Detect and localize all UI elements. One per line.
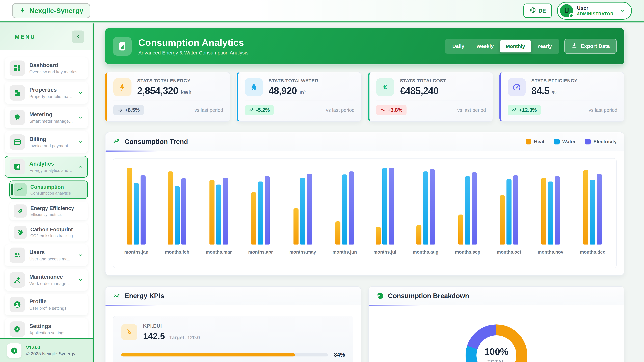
- sidebar-item-settings[interactable]: SettingsApplication settings: [5, 318, 88, 338]
- sidebar-item-desc: Energy analytics and insig…: [29, 168, 74, 173]
- trend-down-icon: [380, 107, 386, 113]
- sidebar-item-label: Energy Efficiency: [30, 205, 74, 211]
- sidebar-item-properties[interactable]: PropertiesProperty portfolio manage…: [5, 82, 88, 104]
- stat-card-stats-efficiency: STATS.EFFICIENCY84.5%+12.3%vs last perio…: [500, 72, 624, 122]
- stat-change-badge: +12.3%: [508, 105, 541, 115]
- sidebar-item-dashboard[interactable]: DashboardOverview and key metrics: [5, 57, 88, 79]
- stat-note: vs last period: [326, 107, 354, 113]
- sidebar-item-label: Users: [29, 249, 74, 255]
- header-actions: DailyWeeklyMonthlyYearly Export Data: [445, 39, 617, 54]
- bar-electricity: [265, 176, 270, 245]
- tab-yearly[interactable]: Yearly: [531, 40, 558, 52]
- stat-value: 2,854,320: [137, 85, 178, 96]
- sidebar-item-desc: Smart meter management: [29, 119, 74, 124]
- tab-weekly[interactable]: Weekly: [470, 40, 500, 52]
- chevron-down-icon: [620, 8, 625, 13]
- trend-up-icon: [249, 107, 254, 113]
- sidebar-item-maintenance[interactable]: MaintenanceWork order management: [5, 269, 88, 291]
- chevron-down-icon: [78, 140, 83, 145]
- bar-group-feb: months.feb: [165, 168, 189, 255]
- export-label: Export Data: [580, 43, 610, 49]
- stat-note: vs last period: [589, 107, 617, 113]
- bar-electricity: [513, 175, 518, 245]
- month-label: months.nov: [538, 250, 563, 255]
- bar-water: [300, 178, 305, 245]
- export-data-button[interactable]: Export Data: [564, 39, 617, 54]
- svg-text:€: €: [384, 83, 387, 90]
- stat-unit: %: [552, 89, 556, 95]
- chevron-down-icon: [78, 253, 83, 258]
- stat-value: 48,920: [269, 85, 297, 96]
- status-dot: [569, 13, 574, 18]
- stat-label: STATS.TOTALENERGY: [137, 78, 192, 83]
- month-label: months.jul: [373, 250, 396, 255]
- bar-electricity: [307, 174, 312, 245]
- user-menu[interactable]: U User ADMINISTRATOR: [557, 2, 632, 19]
- sidebar-item-users[interactable]: UsersUser and access managem…: [5, 244, 88, 266]
- bar-heat: [336, 221, 340, 245]
- menu-label: MENU: [15, 33, 36, 40]
- earth-icon: [17, 229, 24, 236]
- sparkle-trend-icon: [113, 292, 120, 300]
- bar-heat: [376, 227, 381, 245]
- bar-water: [506, 179, 512, 245]
- tab-daily[interactable]: Daily: [446, 40, 470, 52]
- bar-electricity: [223, 178, 228, 245]
- brand-name: Nexgile-Synergy: [30, 7, 83, 14]
- sidebar-item-analytics[interactable]: AnalyticsEnergy analytics and insig…: [5, 156, 88, 178]
- sidebar-item-carbon-footprint[interactable]: Carbon FootprintCO2 emissions tracking: [10, 223, 88, 242]
- kpi-progress-label: 84%: [334, 352, 345, 358]
- bottom-row: Energy KPIs KPI.EUI 142.5 Target: 120.0: [105, 286, 624, 362]
- bar-water: [216, 185, 221, 245]
- stat-unit: m³: [300, 89, 306, 95]
- sidebar-item-desc: Work order management: [29, 281, 74, 286]
- sidebar-item-label: Profile: [29, 298, 66, 305]
- kpis-title: Energy KPIs: [124, 292, 164, 300]
- sidebar-item-billing[interactable]: BillingInvoice and payment mana…: [5, 131, 88, 153]
- bar-water: [548, 182, 553, 245]
- bar-chart-icon: [13, 163, 21, 171]
- page-header: Consumption Analytics Advanced Energy & …: [105, 28, 624, 64]
- sidebar: MENU DashboardOverview and key metricsPr…: [0, 23, 94, 362]
- month-label: months.mar: [206, 250, 232, 255]
- dashboard-grid-icon: [13, 64, 21, 72]
- month-label: months.dec: [580, 250, 605, 255]
- sidebar-header: MENU: [0, 23, 92, 50]
- kpi-progress-fill: [121, 353, 295, 357]
- donut-center-label: TOTAL: [488, 359, 505, 362]
- stat-card-stats-totalenergy: STATS.TOTALENERGY2,854,320kWh+8.5%vs las…: [105, 72, 230, 122]
- tab-monthly[interactable]: Monthly: [500, 40, 531, 52]
- legend-swatch: [526, 139, 531, 144]
- sidebar-item-consumption[interactable]: ConsumptionConsumption analytics: [10, 180, 88, 199]
- stats-row: STATS.TOTALENERGY2,854,320kWh+8.5%vs las…: [105, 72, 624, 122]
- legend-item-water: Water: [554, 139, 576, 144]
- brand-logo[interactable]: Nexgile-Synergy: [12, 3, 90, 18]
- sidebar-item-profile[interactable]: ProfileUser profile settings: [5, 294, 88, 316]
- sidebar-collapse-button[interactable]: [72, 30, 84, 43]
- trend-plot: months.janmonths.febmonths.marmonths.apr…: [124, 168, 605, 255]
- language-button[interactable]: DE: [524, 3, 552, 18]
- download-icon: [571, 42, 578, 50]
- legend-label: Water: [562, 139, 576, 144]
- bolt-icon: [118, 83, 127, 92]
- bar-group-sep: months.sep: [455, 168, 480, 255]
- bar-heat: [168, 171, 173, 245]
- copyright: © 2025 Nexgile-Synergy: [26, 351, 75, 357]
- gear-icon: [13, 325, 21, 333]
- sidebar-item-metering[interactable]: MeteringSmart meter management: [5, 107, 88, 128]
- page-subtitle: Advanced Energy & Water Consumption Anal…: [138, 50, 248, 56]
- tools-icon: [13, 276, 21, 284]
- stat-label: STATS.EFFICIENCY: [532, 78, 578, 83]
- kpis-card-header: Energy KPIs: [106, 287, 361, 305]
- sidebar-items: DashboardOverview and key metricsPropert…: [0, 50, 92, 338]
- pie-chart-icon: [376, 292, 384, 300]
- bar-electricity: [555, 176, 560, 245]
- sidebar-item-energy-efficiency[interactable]: Energy EfficiencyEfficiency metrics: [10, 202, 88, 220]
- legend-item-electricity: Electricity: [585, 139, 617, 144]
- period-tabs: DailyWeeklyMonthlyYearly: [445, 39, 559, 54]
- trend-chart-panel: months.janmonths.febmonths.marmonths.apr…: [113, 158, 617, 268]
- topbar-right: DE U User ADMINISTRATOR: [524, 2, 632, 19]
- user-role: ADMINISTRATOR: [577, 11, 614, 16]
- bar-group-nov: months.nov: [538, 168, 563, 255]
- bar-heat: [541, 178, 546, 245]
